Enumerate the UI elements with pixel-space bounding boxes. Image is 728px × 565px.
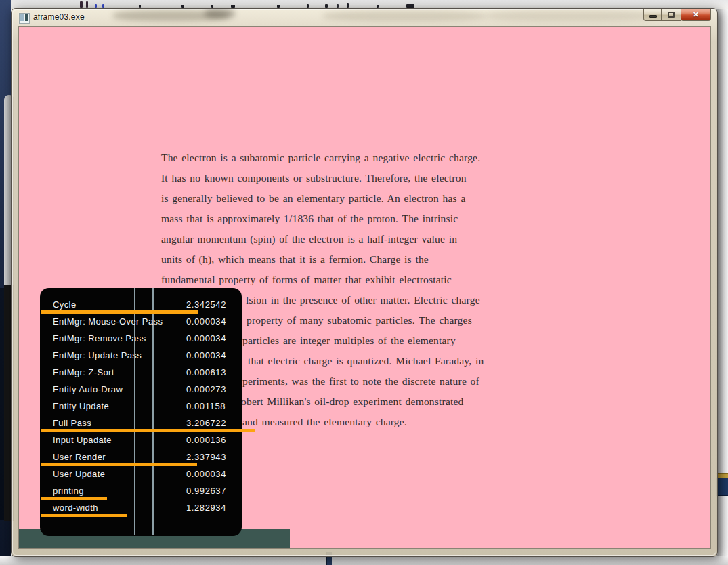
profiler-row-value: 0.000273 — [186, 384, 226, 394]
profiler-overlay: Cycle2.342542EntMgr: Mouse-Over Pass0.00… — [40, 288, 242, 536]
profiler-row: User Update0.000034 — [40, 468, 242, 485]
background-navy-band — [716, 478, 728, 496]
app-window: aframe03.exe ✕ The electron is a subatom… — [11, 8, 718, 557]
profiler-row: EntMgr: Remove Pass0.000034 — [40, 333, 242, 350]
profiler-row: Entity Update0.001158 — [40, 400, 242, 417]
profiler-row: Entity Auto-Draw0.000273 — [40, 383, 242, 400]
profiler-row-label: Entity Auto-Draw — [53, 384, 123, 394]
profiler-rows: Cycle2.342542EntMgr: Mouse-Over Pass0.00… — [40, 299, 242, 519]
profiler-timing-bar — [41, 463, 197, 466]
screen: aframe03.exe ✕ The electron is a subatom… — [0, 0, 728, 565]
minimize-icon — [649, 15, 657, 18]
profiler-timing-bar — [41, 429, 255, 432]
profiler-row-label: Input Upadate — [53, 435, 112, 445]
profiler-row-value: 0.000613 — [186, 367, 226, 377]
profiler-row-value: 2.337943 — [186, 452, 226, 462]
profiler-row: printing0.992637 — [40, 485, 242, 502]
profiler-timing-bar — [41, 310, 198, 314]
profiler-row-value: 0.000034 — [186, 333, 226, 343]
background-code-fragment — [80, 1, 83, 8]
caption-buttons: ✕ — [643, 9, 711, 21]
maximize-button[interactable] — [662, 9, 681, 21]
profiler-row: word-width1.282934 — [40, 502, 242, 519]
profiler-row-label: User Update — [53, 469, 105, 479]
background-bottom-strip — [0, 556, 728, 565]
profiler-row-value: 0.000034 — [186, 350, 226, 360]
profiler-row-value: 0.992637 — [186, 486, 226, 496]
profiler-row-label: EntMgr: Z-Sort — [53, 367, 114, 377]
paragraph-line: fundamental property of forms of matter … — [161, 270, 484, 290]
profiler-row: EntMgr: Mouse-Over Pass0.000034 — [40, 316, 242, 333]
profiler-row-value: 1.282934 — [186, 503, 226, 513]
profiler-timing-bar — [41, 497, 107, 500]
profiler-row-value: 0.000136 — [186, 435, 226, 445]
paragraph-line: angular momentum (spin) of the electron … — [161, 229, 484, 249]
background-code-fragment — [86, 1, 88, 8]
profiler-row-label: EntMgr: Remove Pass — [53, 333, 146, 343]
profiler-row-value: 0.000034 — [186, 316, 226, 327]
profiler-row-value: 0.001158 — [186, 401, 226, 411]
profiler-row-value: 2.342542 — [186, 299, 226, 310]
profiler-row-label: User Render — [53, 452, 106, 462]
maximize-icon — [668, 12, 675, 18]
titlebar[interactable]: aframe03.exe — [12, 9, 717, 26]
paragraph-line: mass that is approximately 1/1836 that o… — [161, 209, 484, 229]
profiler-row: EntMgr: Z-Sort0.000613 — [40, 367, 242, 383]
paragraph-line: It has no known components or substructu… — [161, 168, 484, 188]
profiler-row-label: Full Pass — [53, 418, 91, 428]
profiler-row-label: EntMgr: Mouse-Over Pass — [53, 316, 163, 327]
application-icon — [19, 13, 30, 24]
minimize-button[interactable] — [643, 9, 662, 21]
paragraph-line: The electron is a subatomic particle car… — [161, 148, 484, 168]
close-button[interactable]: ✕ — [681, 9, 711, 21]
window-title: aframe03.exe — [33, 12, 85, 22]
profiler-row: User Render2.337943 — [40, 451, 242, 468]
profiler-row-value: 3.206722 — [186, 418, 226, 428]
profiler-row-label: Entity Update — [53, 401, 109, 411]
paragraph-line: is generally believed to be an elementar… — [161, 188, 484, 209]
profiler-row: Cycle2.342542 — [40, 299, 242, 316]
titlebar-glass-smudge — [486, 10, 655, 21]
profiler-row: Input Upadate0.000136 — [40, 434, 242, 451]
profiler-row-label: EntMgr: Update Pass — [53, 350, 142, 360]
titlebar-glass-smudge — [205, 9, 235, 18]
client-area: The electron is a subatomic particle car… — [18, 26, 711, 549]
profiler-row-label: printing — [53, 486, 84, 496]
close-icon: ✕ — [681, 10, 710, 19]
profiler-row-label: Cycle — [53, 299, 77, 310]
profiler-timing-bar — [41, 514, 127, 517]
paragraph-line: units of (h), which means that it is a f… — [161, 249, 484, 270]
titlebar-glass-smudge — [323, 11, 486, 21]
profiler-row: EntMgr: Update Pass0.000034 — [40, 350, 242, 367]
profiler-row-value: 0.000034 — [186, 469, 226, 479]
background-code-fragment — [347, 3, 349, 8]
profiler-row-label: word-width — [53, 503, 98, 513]
profiler-row: Full Pass3.206722 — [40, 417, 242, 434]
